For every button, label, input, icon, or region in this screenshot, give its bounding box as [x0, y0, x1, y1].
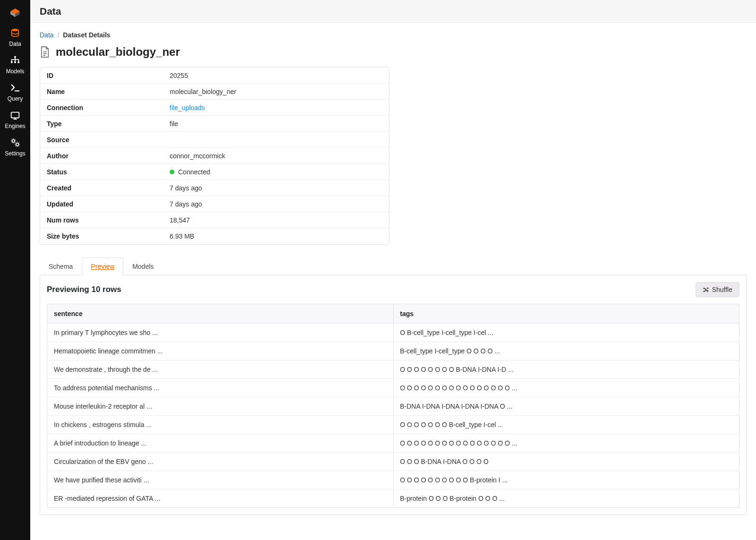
meta-value: 20255	[170, 72, 188, 79]
tab-label: Preview	[91, 263, 114, 270]
tab-label: Schema	[49, 263, 73, 270]
sidebar-item-label: Settings	[5, 150, 25, 157]
meta-value: file	[170, 120, 178, 128]
table-row: In primary T lymphocytes we sho ...O B-c…	[47, 324, 739, 342]
meta-row: Namemolecular_biology_ner	[40, 84, 389, 100]
table-cell: We demonstrate , through the de ...	[47, 360, 394, 379]
meta-value: connor_mccormick	[170, 152, 225, 160]
shuffle-button-label: Shuffle	[712, 286, 732, 293]
sidebar-item-label: Query	[8, 95, 23, 102]
sidebar: DataModelsQueryEnginesSettings	[0, 0, 30, 540]
table-cell: Circularization of the EBV geno ...	[47, 453, 394, 471]
sidebar-item-engines[interactable]: Engines	[0, 105, 30, 132]
meta-row: Updated7 days ago	[40, 196, 389, 212]
main: Data Data / Dataset Details molecular_bi…	[30, 0, 756, 540]
app-logo	[0, 0, 30, 23]
meta-value: 7 days ago	[170, 184, 202, 192]
meta-key: Status	[47, 168, 170, 176]
meta-key: Updated	[47, 200, 170, 208]
table-cell: B-DNA I-DNA I-DNA I-DNA I-DNA O ...	[393, 397, 739, 416]
column-header: tags	[393, 304, 739, 324]
meta-row: Size bytes6.93 MB	[40, 228, 389, 244]
meta-row: Num rows18,547	[40, 212, 389, 228]
meta-row: Created7 days ago	[40, 180, 389, 196]
settings-icon	[9, 137, 22, 148]
status-text: Connected	[178, 168, 210, 176]
svg-point-3	[12, 29, 19, 32]
table-row: We demonstrate , through the de ...O O O…	[47, 360, 739, 379]
meta-key: Connection	[47, 104, 170, 111]
meta-value: 7 days ago	[170, 200, 202, 208]
meta-key: Type	[47, 120, 170, 128]
preview-table: sentencetags In primary T lymphocytes we…	[47, 304, 739, 508]
sidebar-item-label: Data	[9, 41, 21, 47]
table-cell: B-cell_type I-cell_type O O O O ...	[393, 342, 739, 360]
meta-key: Author	[47, 152, 170, 160]
data-icon	[9, 27, 22, 39]
meta-key: Source	[47, 136, 170, 144]
table-cell: A brief introduction to lineage ...	[47, 434, 394, 453]
table-cell: O O O B-DNA I-DNA O O O O	[393, 453, 739, 471]
page-title-row: molecular_biology_ner	[40, 45, 747, 59]
page-title: molecular_biology_ner	[56, 45, 180, 59]
table-cell: O O O O O O O B-cell_type I-cel ...	[393, 416, 739, 434]
table-row: To address potential mechanisms ...O O O…	[47, 379, 739, 397]
status-dot-icon	[170, 170, 174, 174]
table-cell: O O O O O O O O O O O O O O O O ...	[393, 379, 739, 397]
table-cell: In primary T lymphocytes we sho ...	[47, 324, 394, 342]
table-cell: O B-cell_type I-cell_type I-cel ...	[393, 324, 739, 342]
breadcrumb-current: Dataset Details	[63, 31, 110, 39]
meta-row: StatusConnected	[40, 164, 389, 180]
models-icon	[9, 55, 22, 66]
svg-rect-7	[18, 61, 20, 63]
table-row: We have purified these activiti ...O O O…	[47, 471, 739, 489]
meta-value: molecular_biology_ner	[170, 88, 236, 95]
shuffle-button[interactable]: Shuffle	[696, 282, 739, 297]
sidebar-item-label: Models	[6, 68, 25, 75]
preview-heading: Previewing 10 rows	[47, 285, 121, 294]
table-cell: We have purified these activiti ...	[47, 471, 394, 489]
tab-models[interactable]: Models	[123, 257, 163, 275]
sidebar-item-models[interactable]: Models	[0, 50, 30, 77]
meta-value: 6.93 MB	[170, 232, 194, 240]
header-title: Data	[40, 6, 61, 17]
meta-key: Size bytes	[47, 232, 170, 240]
tab-label: Models	[132, 263, 154, 270]
tab-schema[interactable]: Schema	[40, 257, 82, 275]
meta-key: Name	[47, 88, 170, 95]
table-cell: Hematopoietic lineage commitmen ...	[47, 342, 394, 360]
meta-key: Num rows	[47, 216, 170, 224]
svg-rect-5	[11, 61, 13, 63]
tab-preview[interactable]: Preview	[82, 257, 123, 275]
meta-value: file_uploads	[170, 104, 205, 111]
sidebar-item-query[interactable]: Query	[0, 77, 30, 105]
connection-link[interactable]: file_uploads	[170, 104, 205, 111]
table-row: In chickens , estrogens stimula ...O O O…	[47, 416, 739, 434]
breadcrumb-root-link[interactable]: Data	[40, 31, 54, 39]
table-row: Circularization of the EBV geno ...O O O…	[47, 453, 739, 471]
meta-value: Connected	[170, 168, 210, 176]
logo-icon	[8, 4, 22, 18]
meta-row: Connectionfile_uploads	[40, 100, 389, 116]
table-cell: To address potential mechanisms ...	[47, 379, 394, 397]
table-cell: In chickens , estrogens stimula ...	[47, 416, 394, 434]
svg-rect-4	[14, 56, 16, 58]
table-cell: O O O O O O O O O O B-protein I ...	[393, 471, 739, 489]
header-bar: Data	[30, 0, 756, 23]
sidebar-item-settings[interactable]: Settings	[0, 132, 30, 160]
sidebar-item-label: Engines	[5, 123, 25, 129]
meta-value: 18,547	[170, 216, 190, 224]
tabs: SchemaPreviewModels	[40, 257, 747, 275]
meta-row: ID20255	[40, 68, 389, 84]
table-row: Mouse interleukin-2 receptor al ...B-DNA…	[47, 397, 739, 416]
sidebar-item-data[interactable]: Data	[0, 23, 30, 50]
table-row: Hematopoietic lineage commitmen ...B-cel…	[47, 342, 739, 360]
meta-row: Source	[40, 132, 389, 148]
table-cell: ER -mediated repression of GATA ...	[47, 489, 394, 508]
table-cell: O O O O O O O O O O O O O O O O ...	[393, 434, 739, 453]
svg-point-13	[16, 143, 19, 146]
shuffle-icon	[703, 286, 709, 293]
svg-rect-9	[11, 112, 19, 118]
meta-row: Authorconnor_mccormick	[40, 148, 389, 164]
breadcrumb-separator: /	[57, 31, 59, 39]
